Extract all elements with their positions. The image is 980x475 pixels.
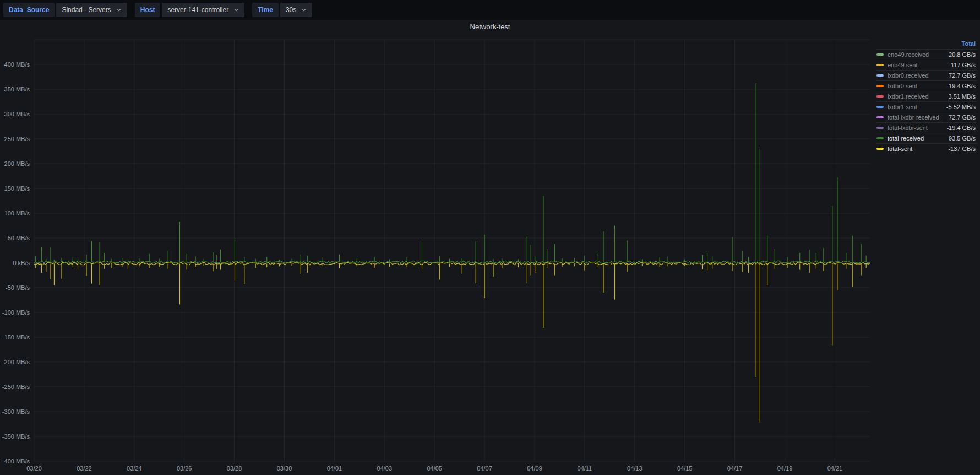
time-select[interactable]: 30s [280,3,312,17]
legend-series-label: total-received [888,135,945,142]
legend-row-lxdbr1.sent[interactable]: lxdbr1.sent-5.52 MB/s [876,101,977,112]
legend-row-lxdbr0.sent[interactable]: lxdbr0.sent-19.4 GB/s [876,80,977,91]
legend-row-total-lxdbr-received[interactable]: total-lxdbr-received72.7 GB/s [876,112,977,122]
legend-total-header[interactable]: Total [876,39,977,49]
svg-text:300 MB/s: 300 MB/s [4,111,30,117]
time-series-plot[interactable]: 400 MB/s350 MB/s300 MB/s250 MB/s200 MB/s… [0,20,980,475]
legend-series-total: -5.52 MB/s [946,104,976,110]
svg-text:04/03: 04/03 [377,465,393,472]
legend-series-label: lxdbr0.received [888,72,945,79]
svg-text:0 kB/s: 0 kB/s [13,260,30,266]
svg-text:-300 MB/s: -300 MB/s [2,408,30,415]
legend-series-label: total-lxdbr-received [888,114,945,121]
svg-text:03/24: 03/24 [127,465,142,472]
datasource-label: Data_Source [3,3,55,17]
chevron-down-icon [116,7,122,13]
chevron-down-icon [301,7,307,13]
svg-text:150 MB/s: 150 MB/s [4,185,30,192]
series-color-swatch [876,95,884,98]
legend-series-total: 72.7 GB/s [949,114,976,121]
host-label: Host [135,3,161,17]
svg-text:04/13: 04/13 [627,465,643,472]
svg-text:100 MB/s: 100 MB/s [4,210,30,217]
legend-series-total: -137 GB/s [948,145,976,152]
series-color-swatch [876,127,884,129]
legend-series-label: eno49.received [888,51,945,58]
var-group-time: Time 30s [252,3,312,17]
series-color-swatch [876,64,884,66]
series-color-swatch [876,74,884,77]
svg-text:04/15: 04/15 [677,465,693,472]
host-select-value: server-141-controller [167,6,228,14]
legend: Total eno49.received20.8 GB/seno49.sent-… [876,39,977,154]
datasource-select-value: Sindad - Servers [62,6,111,14]
legend-series-total: -19.4 GB/s [946,83,976,89]
svg-text:-100 MB/s: -100 MB/s [2,309,30,316]
svg-text:03/26: 03/26 [177,465,192,472]
var-group-datasource: Data_Source Sindad - Servers [3,3,127,17]
legend-row-lxdbr0.received[interactable]: lxdbr0.received72.7 GB/s [876,70,977,80]
series-total-received [34,83,870,263]
legend-series-label: total-lxdbr-sent [888,125,943,131]
svg-text:400 MB/s: 400 MB/s [4,61,30,68]
datasource-select[interactable]: Sindad - Servers [56,3,127,17]
svg-text:-50 MB/s: -50 MB/s [6,284,30,291]
legend-series-label: lxdbr0.sent [888,83,943,89]
svg-text:04/17: 04/17 [727,465,743,472]
legend-series-total: -19.4 GB/s [946,125,976,131]
series-color-swatch [876,116,884,118]
legend-series-label: total-sent [888,145,944,152]
legend-series-label: eno49.sent [888,62,945,68]
legend-series-total: 93.5 GB/s [949,135,976,142]
series-color-swatch [876,85,884,87]
svg-text:-350 MB/s: -350 MB/s [2,433,30,440]
grid-lines [34,40,870,461]
legend-row-eno49.received[interactable]: eno49.received20.8 GB/s [876,49,977,60]
svg-text:-400 MB/s: -400 MB/s [2,458,30,465]
legend-series-total: -117 GB/s [949,62,976,68]
legend-row-total-lxdbr-sent[interactable]: total-lxdbr-sent-19.4 GB/s [876,122,977,133]
series-color-swatch [876,53,884,56]
svg-text:50 MB/s: 50 MB/s [8,235,30,241]
series-color-swatch [876,106,884,108]
time-select-value: 30s [286,6,296,14]
svg-text:-250 MB/s: -250 MB/s [2,384,30,390]
x-axis-labels: 03/2003/2203/2403/2603/2803/3004/0104/03… [26,465,842,472]
svg-text:250 MB/s: 250 MB/s [4,136,30,142]
svg-text:04/09: 04/09 [527,465,542,472]
svg-text:03/28: 03/28 [227,465,242,472]
time-label: Time [252,3,279,17]
svg-text:04/19: 04/19 [777,465,793,472]
svg-text:04/05: 04/05 [427,465,442,472]
legend-series-label: lxdbr1.sent [888,104,943,110]
legend-row-lxdbr1.received[interactable]: lxdbr1.received3.51 MB/s [876,91,977,101]
host-select[interactable]: server-141-controller [162,3,244,17]
svg-text:04/11: 04/11 [578,465,592,472]
series-color-swatch [876,148,884,150]
svg-text:03/30: 03/30 [277,465,292,472]
svg-text:-150 MB/s: -150 MB/s [2,334,30,341]
legend-row-eno49.sent[interactable]: eno49.sent-117 GB/s [876,60,977,70]
svg-text:04/01: 04/01 [327,465,342,472]
svg-text:200 MB/s: 200 MB/s [4,160,30,167]
svg-text:04/07: 04/07 [477,465,492,472]
toolbar: Data_Source Sindad - Servers Host server… [0,0,980,20]
svg-text:350 MB/s: 350 MB/s [4,86,30,93]
legend-row-total-received[interactable]: total-received93.5 GB/s [876,133,977,143]
series-total-sent [34,262,870,423]
legend-series-label: lxdbr1.received [888,93,944,100]
svg-text:03/20: 03/20 [26,465,42,472]
svg-text:03/22: 03/22 [77,465,92,472]
legend-series-total: 3.51 MB/s [948,93,976,100]
svg-text:04/21: 04/21 [827,465,843,472]
legend-series-total: 72.7 GB/s [949,72,976,79]
legend-row-total-sent[interactable]: total-sent-137 GB/s [876,143,977,154]
y-axis-labels: 400 MB/s350 MB/s300 MB/s250 MB/s200 MB/s… [2,61,30,465]
svg-text:-200 MB/s: -200 MB/s [2,359,30,365]
series-color-swatch [876,137,884,139]
legend-series-total: 20.8 GB/s [949,51,976,58]
var-group-host: Host server-141-controller [135,3,244,17]
chevron-down-icon [233,7,239,13]
